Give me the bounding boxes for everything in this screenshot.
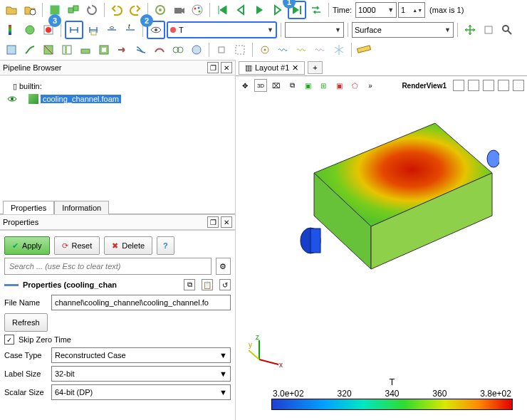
stream-icon[interactable] xyxy=(132,41,150,58)
threshold-icon[interactable] xyxy=(77,41,94,58)
more-icon[interactable]: » xyxy=(364,79,377,92)
last-frame-button[interactable]: 1 xyxy=(288,1,306,19)
axis-box-icon[interactable] xyxy=(213,41,230,58)
ruler-icon[interactable] xyxy=(355,41,372,58)
tree-root[interactable]: ▯builtin: xyxy=(13,80,231,93)
sel-cell-icon[interactable]: ▣ xyxy=(333,79,345,92)
time-frame-spin[interactable]: 1▲▼ xyxy=(398,2,425,18)
layout-tab[interactable]: ▥ Layout #1 ✕ xyxy=(239,61,305,75)
loop-icon[interactable] xyxy=(308,1,325,19)
filename-field[interactable]: channel\cooling_channel\cooling_channel.… xyxy=(51,295,231,310)
tab-information[interactable]: Information xyxy=(54,201,109,214)
open-recent-icon[interactable] xyxy=(21,1,38,19)
apply-button[interactable]: ✔Apply xyxy=(4,236,50,255)
select-cell-icon[interactable] xyxy=(231,41,249,58)
wave1-icon[interactable] xyxy=(275,41,292,58)
split-v-icon[interactable] xyxy=(468,80,479,91)
snow-icon[interactable] xyxy=(330,41,348,58)
rescale-range-button[interactable] xyxy=(65,21,83,39)
rescale-time-icon[interactable]: t xyxy=(122,21,139,38)
svg-rect-34 xyxy=(358,46,371,53)
camera-icon[interactable] xyxy=(170,1,187,19)
tree-file[interactable]: cooling_channel.foam xyxy=(7,93,231,105)
properties-section[interactable]: Properties (cooling_chan ⧉ 📋 ↺ xyxy=(4,279,231,290)
reset-button[interactable]: ⟳Reset xyxy=(54,236,100,255)
glyph-icon[interactable] xyxy=(114,41,131,58)
search-input[interactable]: Search ... (use Esc to clear text) xyxy=(4,258,212,275)
tab-properties[interactable]: Properties xyxy=(3,201,54,214)
sel-pts-icon[interactable]: ⊞ xyxy=(317,79,330,92)
delete-button[interactable]: ✖Delete xyxy=(104,236,152,255)
group-icon[interactable] xyxy=(169,41,187,58)
field-combo[interactable]: T▼ xyxy=(167,21,277,38)
reset-sect-icon[interactable]: ↺ xyxy=(219,279,231,290)
restore-icon[interactable] xyxy=(498,80,509,91)
toolbar-main: 1 Time: 1000▼ 1▲▼ (max is 1) xyxy=(0,0,527,20)
camera1-icon[interactable]: ⌧ xyxy=(270,79,283,92)
copy-icon[interactable]: ⧉ xyxy=(184,279,195,290)
close-view-icon[interactable] xyxy=(513,80,524,91)
undock-icon[interactable]: ❐ xyxy=(207,62,219,73)
target-icon[interactable] xyxy=(152,1,169,19)
render-canvas[interactable]: z x y T 3.0e+02 320 340 360 3.8e+02 xyxy=(236,95,527,420)
reload-icon[interactable] xyxy=(83,1,100,19)
scalarsize-field[interactable]: 64-bit (DP)▼ xyxy=(51,384,231,400)
layout-add[interactable]: + xyxy=(308,61,322,74)
labelsize-field[interactable]: 32-bit▼ xyxy=(51,366,231,382)
help-button[interactable]: ? xyxy=(157,236,174,255)
time-value-combo[interactable]: 1000▼ xyxy=(355,2,397,18)
calc-icon[interactable] xyxy=(3,41,20,58)
prev-frame-icon[interactable] xyxy=(232,1,249,19)
clip-icon[interactable] xyxy=(40,41,57,58)
pipeline-tree[interactable]: ▯builtin: cooling_channel.foam xyxy=(0,75,235,198)
props-close-icon[interactable]: ✕ xyxy=(221,216,232,228)
play-icon[interactable] xyxy=(251,1,268,19)
svg-text:y: y xyxy=(249,341,252,349)
close-icon[interactable]: ✕ xyxy=(221,62,232,73)
tree-file-label[interactable]: cooling_channel.foam xyxy=(41,95,121,103)
camera2-icon[interactable]: ⧉ xyxy=(286,79,298,92)
representation-combo[interactable]: Surface▼ xyxy=(352,22,454,38)
maximize-icon[interactable] xyxy=(483,80,494,91)
rescale-custom-icon[interactable] xyxy=(85,21,102,38)
pick-icon[interactable]: ✥ xyxy=(239,79,251,92)
sel-poly-icon[interactable]: ⬠ xyxy=(348,79,361,92)
split-h-icon[interactable] xyxy=(453,80,464,91)
properties-header: Properties ❐ ✕ xyxy=(0,214,235,230)
refresh-button[interactable]: Refresh xyxy=(4,313,48,332)
boxes-icon[interactable] xyxy=(65,1,82,19)
legend-t3: 360 xyxy=(432,389,447,399)
visibility-icon[interactable] xyxy=(7,94,17,104)
contour-icon[interactable] xyxy=(21,41,38,58)
undo-icon[interactable] xyxy=(108,1,125,19)
extract-icon[interactable] xyxy=(95,41,113,58)
view-toolbar: ✥ 3D ⌧ ⧉ ▣ ⊞ ▣ ⬠ » RenderView1 xyxy=(236,76,527,95)
probe-icon[interactable] xyxy=(256,41,273,58)
first-frame-icon[interactable] xyxy=(214,1,231,19)
props-undock-icon[interactable]: ❐ xyxy=(207,216,219,228)
casetype-field[interactable]: Reconstructed Case▼ xyxy=(51,347,231,363)
cube-bounds-icon[interactable] xyxy=(480,21,497,38)
legend-bar xyxy=(271,399,513,410)
skip-zero-checkbox[interactable]: ✓ Skip Zero Time xyxy=(4,335,231,345)
magnifier-icon[interactable] xyxy=(499,21,516,38)
rescale-visible-icon[interactable] xyxy=(103,21,120,38)
settings-gear-icon[interactable]: ⚙ xyxy=(216,258,231,275)
colorbar-icon[interactable] xyxy=(3,21,20,38)
wave2-icon[interactable] xyxy=(293,41,311,58)
level-icon[interactable] xyxy=(188,41,205,58)
warp-icon[interactable] xyxy=(151,41,168,58)
slice-icon[interactable] xyxy=(58,41,75,58)
sel-on-icon[interactable]: ▣ xyxy=(301,79,314,92)
renderview-label: RenderView1 xyxy=(402,82,447,90)
select-arrows-icon[interactable] xyxy=(461,21,479,38)
sphere-icon[interactable] xyxy=(21,21,38,38)
paste-icon[interactable]: 📋 xyxy=(202,279,213,290)
palette-icon[interactable] xyxy=(189,1,206,19)
open-icon[interactable] xyxy=(3,1,20,19)
wave3-icon[interactable] xyxy=(312,41,329,58)
mode-3d[interactable]: 3D xyxy=(254,79,267,92)
svg-text:z: z xyxy=(256,335,259,341)
component-combo[interactable]: ▼ xyxy=(285,22,344,38)
labelsize-label: Label Size xyxy=(4,369,47,378)
